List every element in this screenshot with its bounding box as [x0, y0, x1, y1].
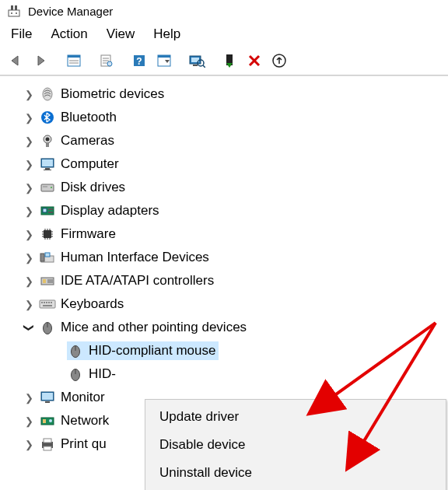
- svg-rect-31: [46, 143, 49, 147]
- toolbar: ?: [0, 48, 448, 75]
- tree-node-display[interactable]: ❯ Display adapters: [0, 199, 448, 222]
- svg-line-22: [203, 65, 205, 68]
- mouse-icon: [39, 319, 56, 336]
- svg-rect-67: [51, 302, 52, 303]
- svg-rect-42: [48, 212, 53, 213]
- chevron-right-icon[interactable]: ❯: [22, 252, 36, 264]
- chevron-right-icon[interactable]: ❯: [22, 135, 36, 147]
- action-menu-button[interactable]: [152, 50, 176, 72]
- tree-node-hid-mouse-1[interactable]: HID-compliant mouse: [0, 339, 448, 362]
- tree-node-ide[interactable]: ❯ IDE ATA/ATAPI controllers: [0, 269, 448, 292]
- svg-rect-82: [44, 439, 51, 443]
- chevron-right-icon[interactable]: ❯: [22, 439, 36, 450]
- chevron-down-icon[interactable]: ❯: [23, 320, 35, 334]
- tree-node-label: Human Interface Devices: [61, 250, 209, 265]
- tree-node-cameras[interactable]: ❯ Cameras: [0, 129, 448, 152]
- svg-rect-17: [158, 55, 170, 58]
- menu-view[interactable]: View: [107, 26, 135, 42]
- svg-rect-6: [68, 55, 80, 58]
- svg-rect-63: [41, 302, 43, 303]
- firmware-icon: [39, 226, 56, 243]
- svg-rect-0: [9, 10, 19, 16]
- help-button[interactable]: ?: [128, 50, 151, 72]
- tree-node-label: IDE ATA/ATAPI controllers: [61, 273, 214, 289]
- svg-rect-33: [42, 159, 53, 166]
- tree-node-mice[interactable]: ❯ Mice and other pointing devices: [0, 316, 448, 339]
- tree-node-diskdrives[interactable]: ❯ Disk drives: [0, 176, 448, 199]
- context-menu-uninstall-device[interactable]: Uninstall device: [145, 459, 446, 487]
- enable-device-button[interactable]: [218, 50, 241, 72]
- tree-node-label: HID-: [89, 366, 116, 382]
- network-icon: [39, 412, 56, 429]
- ide-icon: [39, 272, 56, 289]
- svg-rect-20: [193, 65, 198, 66]
- tree-node-hid[interactable]: ❯ Human Interface Devices: [0, 246, 448, 269]
- tree-node-label: Print qu: [61, 436, 107, 452]
- context-menu-disable-device[interactable]: Disable device: [145, 431, 446, 459]
- properties-button[interactable]: [95, 50, 118, 72]
- printer-icon: [39, 436, 56, 453]
- biometric-icon: [39, 86, 56, 103]
- svg-rect-68: [43, 305, 52, 306]
- tree-node-label: Bluetooth: [61, 110, 117, 125]
- context-menu-update-driver[interactable]: Update driver: [145, 403, 446, 431]
- back-button[interactable]: [5, 50, 28, 72]
- display-adapter-icon: [39, 202, 56, 219]
- tree-node-firmware[interactable]: ❯ Firmware: [0, 222, 448, 246]
- chevron-right-icon[interactable]: ❯: [22, 205, 36, 217]
- tree-node-label: Keyboards: [61, 296, 124, 312]
- tree-node-label: Mice and other pointing devices: [61, 320, 247, 335]
- update-driver-button[interactable]: [268, 50, 291, 72]
- svg-rect-64: [44, 302, 45, 303]
- svg-rect-61: [47, 279, 53, 283]
- tree-node-bluetooth[interactable]: ❯ Bluetooth: [0, 106, 448, 129]
- show-hide-console-tree-button[interactable]: [62, 50, 86, 72]
- context-menu: Update driver Disable device Uninstall d…: [145, 399, 446, 490]
- chevron-right-icon[interactable]: ❯: [22, 299, 36, 310]
- chevron-right-icon[interactable]: ❯: [22, 415, 36, 427]
- chevron-right-icon[interactable]: ❯: [22, 182, 36, 194]
- svg-rect-41: [48, 208, 53, 210]
- uninstall-device-button[interactable]: [243, 50, 266, 72]
- chevron-right-icon[interactable]: ❯: [22, 159, 36, 170]
- tree-node-keyboards[interactable]: ❯ Keyboards: [0, 292, 448, 316]
- svg-point-37: [51, 187, 52, 188]
- tree-node-label: Monitor: [61, 390, 105, 405]
- chevron-right-icon[interactable]: ❯: [22, 392, 36, 404]
- svg-point-3: [11, 12, 12, 14]
- menu-file[interactable]: File: [11, 26, 32, 42]
- tree-node-biometric[interactable]: ❯ Biometric devices: [0, 82, 448, 106]
- svg-rect-57: [40, 254, 44, 261]
- menu-action[interactable]: Action: [51, 26, 87, 42]
- svg-rect-34: [45, 168, 50, 170]
- scan-hardware-button[interactable]: [185, 50, 208, 72]
- tree-node-computer[interactable]: ❯ Computer: [0, 152, 448, 176]
- svg-text:?: ?: [136, 56, 142, 67]
- chevron-right-icon[interactable]: ❯: [22, 89, 36, 100]
- svg-rect-79: [43, 419, 46, 423]
- tree-node-label: Firmware: [61, 226, 116, 242]
- svg-point-30: [46, 138, 50, 142]
- chevron-right-icon[interactable]: ❯: [22, 112, 36, 124]
- menu-help[interactable]: Help: [153, 26, 180, 42]
- chevron-right-icon[interactable]: ❯: [22, 229, 36, 240]
- camera-icon: [39, 132, 56, 149]
- tree-node-label: HID-compliant mouse: [89, 343, 215, 359]
- svg-rect-77: [45, 401, 50, 403]
- svg-rect-66: [48, 302, 50, 303]
- svg-rect-62: [40, 300, 55, 308]
- computer-icon: [39, 156, 56, 173]
- svg-rect-58: [45, 253, 50, 257]
- keyboard-icon: [39, 296, 56, 313]
- mouse-icon: [67, 366, 84, 383]
- chevron-right-icon[interactable]: ❯: [22, 275, 36, 287]
- svg-point-80: [49, 419, 52, 422]
- disk-icon: [39, 179, 56, 196]
- tree-node-label: Cameras: [61, 133, 114, 149]
- tree-node-hid-mouse-2[interactable]: HID-: [0, 362, 448, 386]
- forward-button[interactable]: [30, 50, 53, 72]
- svg-rect-1: [11, 5, 13, 10]
- tree-node-label: Display adapters: [61, 203, 159, 219]
- tree-node-label: Computer: [61, 156, 119, 172]
- svg-rect-60: [43, 279, 46, 283]
